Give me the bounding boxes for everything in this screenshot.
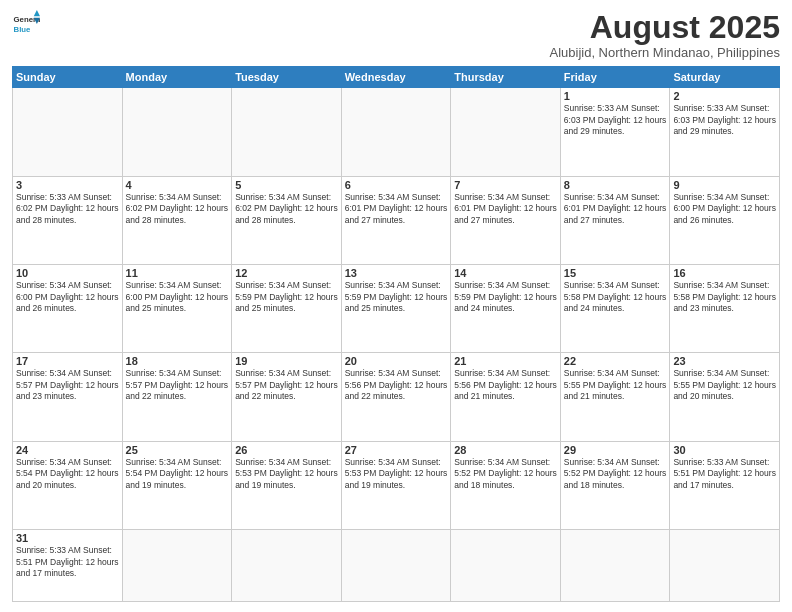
day-info: Sunrise: 5:34 AM Sunset: 6:01 PM Dayligh… — [454, 192, 557, 226]
day-info: Sunrise: 5:34 AM Sunset: 5:55 PM Dayligh… — [564, 368, 667, 402]
day-info: Sunrise: 5:34 AM Sunset: 5:59 PM Dayligh… — [345, 280, 448, 314]
calendar-cell-w1-d3 — [232, 88, 342, 176]
day-number: 5 — [235, 179, 338, 191]
day-number: 17 — [16, 355, 119, 367]
calendar-cell-w4-d4: 20Sunrise: 5:34 AM Sunset: 5:56 PM Dayli… — [341, 353, 451, 441]
day-info: Sunrise: 5:34 AM Sunset: 5:52 PM Dayligh… — [564, 457, 667, 491]
day-info: Sunrise: 5:33 AM Sunset: 5:51 PM Dayligh… — [16, 545, 119, 579]
day-number: 12 — [235, 267, 338, 279]
day-info: Sunrise: 5:34 AM Sunset: 6:00 PM Dayligh… — [126, 280, 229, 314]
calendar-cell-w4-d7: 23Sunrise: 5:34 AM Sunset: 5:55 PM Dayli… — [670, 353, 780, 441]
day-number: 9 — [673, 179, 776, 191]
header-wednesday: Wednesday — [341, 67, 451, 88]
day-info: Sunrise: 5:34 AM Sunset: 6:01 PM Dayligh… — [564, 192, 667, 226]
day-number: 14 — [454, 267, 557, 279]
calendar-cell-w2-d3: 5Sunrise: 5:34 AM Sunset: 6:02 PM Daylig… — [232, 176, 342, 264]
week-row-4: 17Sunrise: 5:34 AM Sunset: 5:57 PM Dayli… — [13, 353, 780, 441]
weekday-header-row: Sunday Monday Tuesday Wednesday Thursday… — [13, 67, 780, 88]
day-info: Sunrise: 5:33 AM Sunset: 6:03 PM Dayligh… — [564, 103, 667, 137]
calendar-cell-w2-d4: 6Sunrise: 5:34 AM Sunset: 6:01 PM Daylig… — [341, 176, 451, 264]
day-number: 24 — [16, 444, 119, 456]
week-row-1: 1Sunrise: 5:33 AM Sunset: 6:03 PM Daylig… — [13, 88, 780, 176]
calendar-cell-w5-d2: 25Sunrise: 5:34 AM Sunset: 5:54 PM Dayli… — [122, 441, 232, 529]
calendar-cell-w5-d5: 28Sunrise: 5:34 AM Sunset: 5:52 PM Dayli… — [451, 441, 561, 529]
logo: General Blue — [12, 10, 40, 38]
calendar-cell-w4-d1: 17Sunrise: 5:34 AM Sunset: 5:57 PM Dayli… — [13, 353, 123, 441]
day-number: 1 — [564, 90, 667, 102]
calendar-cell-w6-d4 — [341, 530, 451, 602]
calendar-cell-w1-d6: 1Sunrise: 5:33 AM Sunset: 6:03 PM Daylig… — [560, 88, 670, 176]
day-info: Sunrise: 5:34 AM Sunset: 5:54 PM Dayligh… — [126, 457, 229, 491]
calendar-cell-w6-d7 — [670, 530, 780, 602]
calendar-cell-w2-d6: 8Sunrise: 5:34 AM Sunset: 6:01 PM Daylig… — [560, 176, 670, 264]
header-tuesday: Tuesday — [232, 67, 342, 88]
day-info: Sunrise: 5:34 AM Sunset: 6:02 PM Dayligh… — [126, 192, 229, 226]
day-number: 31 — [16, 532, 119, 544]
day-number: 29 — [564, 444, 667, 456]
day-info: Sunrise: 5:34 AM Sunset: 6:00 PM Dayligh… — [673, 192, 776, 226]
calendar-cell-w3-d7: 16Sunrise: 5:34 AM Sunset: 5:58 PM Dayli… — [670, 265, 780, 353]
calendar-cell-w6-d3 — [232, 530, 342, 602]
calendar-cell-w2-d1: 3Sunrise: 5:33 AM Sunset: 6:02 PM Daylig… — [13, 176, 123, 264]
day-number: 10 — [16, 267, 119, 279]
calendar-cell-w1-d2 — [122, 88, 232, 176]
calendar-cell-w6-d6 — [560, 530, 670, 602]
day-number: 3 — [16, 179, 119, 191]
day-info: Sunrise: 5:34 AM Sunset: 5:57 PM Dayligh… — [16, 368, 119, 402]
calendar-cell-w1-d5 — [451, 88, 561, 176]
day-number: 19 — [235, 355, 338, 367]
day-info: Sunrise: 5:34 AM Sunset: 6:00 PM Dayligh… — [16, 280, 119, 314]
location-subtitle: Alubijid, Northern Mindanao, Philippines — [549, 45, 780, 60]
day-info: Sunrise: 5:34 AM Sunset: 5:52 PM Dayligh… — [454, 457, 557, 491]
calendar-cell-w4-d2: 18Sunrise: 5:34 AM Sunset: 5:57 PM Dayli… — [122, 353, 232, 441]
day-info: Sunrise: 5:34 AM Sunset: 5:57 PM Dayligh… — [126, 368, 229, 402]
week-row-3: 10Sunrise: 5:34 AM Sunset: 6:00 PM Dayli… — [13, 265, 780, 353]
calendar-cell-w3-d2: 11Sunrise: 5:34 AM Sunset: 6:00 PM Dayli… — [122, 265, 232, 353]
calendar-table: Sunday Monday Tuesday Wednesday Thursday… — [12, 66, 780, 602]
calendar-cell-w5-d7: 30Sunrise: 5:33 AM Sunset: 5:51 PM Dayli… — [670, 441, 780, 529]
day-number: 8 — [564, 179, 667, 191]
week-row-2: 3Sunrise: 5:33 AM Sunset: 6:02 PM Daylig… — [13, 176, 780, 264]
day-number: 11 — [126, 267, 229, 279]
day-number: 22 — [564, 355, 667, 367]
calendar-cell-w2-d7: 9Sunrise: 5:34 AM Sunset: 6:00 PM Daylig… — [670, 176, 780, 264]
day-info: Sunrise: 5:34 AM Sunset: 5:54 PM Dayligh… — [16, 457, 119, 491]
calendar-cell-w5-d6: 29Sunrise: 5:34 AM Sunset: 5:52 PM Dayli… — [560, 441, 670, 529]
day-info: Sunrise: 5:34 AM Sunset: 5:55 PM Dayligh… — [673, 368, 776, 402]
header: General Blue August 2025 Alubijid, North… — [12, 10, 780, 60]
day-number: 15 — [564, 267, 667, 279]
day-number: 7 — [454, 179, 557, 191]
day-info: Sunrise: 5:34 AM Sunset: 5:58 PM Dayligh… — [564, 280, 667, 314]
day-info: Sunrise: 5:34 AM Sunset: 5:56 PM Dayligh… — [454, 368, 557, 402]
day-number: 21 — [454, 355, 557, 367]
calendar-cell-w3-d4: 13Sunrise: 5:34 AM Sunset: 5:59 PM Dayli… — [341, 265, 451, 353]
calendar-cell-w1-d7: 2Sunrise: 5:33 AM Sunset: 6:03 PM Daylig… — [670, 88, 780, 176]
svg-text:Blue: Blue — [14, 25, 32, 34]
calendar-cell-w6-d1: 31Sunrise: 5:33 AM Sunset: 5:51 PM Dayli… — [13, 530, 123, 602]
calendar-cell-w2-d5: 7Sunrise: 5:34 AM Sunset: 6:01 PM Daylig… — [451, 176, 561, 264]
day-number: 25 — [126, 444, 229, 456]
calendar-cell-w4-d5: 21Sunrise: 5:34 AM Sunset: 5:56 PM Dayli… — [451, 353, 561, 441]
calendar-cell-w4-d3: 19Sunrise: 5:34 AM Sunset: 5:57 PM Dayli… — [232, 353, 342, 441]
generalblue-logo-icon: General Blue — [12, 10, 40, 38]
header-monday: Monday — [122, 67, 232, 88]
svg-marker-2 — [34, 10, 40, 16]
day-info: Sunrise: 5:34 AM Sunset: 6:02 PM Dayligh… — [235, 192, 338, 226]
day-info: Sunrise: 5:34 AM Sunset: 5:57 PM Dayligh… — [235, 368, 338, 402]
header-saturday: Saturday — [670, 67, 780, 88]
page: General Blue August 2025 Alubijid, North… — [0, 0, 792, 612]
day-info: Sunrise: 5:34 AM Sunset: 5:59 PM Dayligh… — [454, 280, 557, 314]
day-number: 27 — [345, 444, 448, 456]
day-info: Sunrise: 5:33 AM Sunset: 6:03 PM Dayligh… — [673, 103, 776, 137]
header-friday: Friday — [560, 67, 670, 88]
day-info: Sunrise: 5:33 AM Sunset: 6:02 PM Dayligh… — [16, 192, 119, 226]
day-info: Sunrise: 5:34 AM Sunset: 5:56 PM Dayligh… — [345, 368, 448, 402]
calendar-cell-w1-d1 — [13, 88, 123, 176]
calendar-cell-w5-d3: 26Sunrise: 5:34 AM Sunset: 5:53 PM Dayli… — [232, 441, 342, 529]
day-info: Sunrise: 5:34 AM Sunset: 5:58 PM Dayligh… — [673, 280, 776, 314]
header-thursday: Thursday — [451, 67, 561, 88]
calendar-cell-w2-d2: 4Sunrise: 5:34 AM Sunset: 6:02 PM Daylig… — [122, 176, 232, 264]
month-year-title: August 2025 — [549, 10, 780, 45]
day-number: 13 — [345, 267, 448, 279]
day-info: Sunrise: 5:33 AM Sunset: 5:51 PM Dayligh… — [673, 457, 776, 491]
